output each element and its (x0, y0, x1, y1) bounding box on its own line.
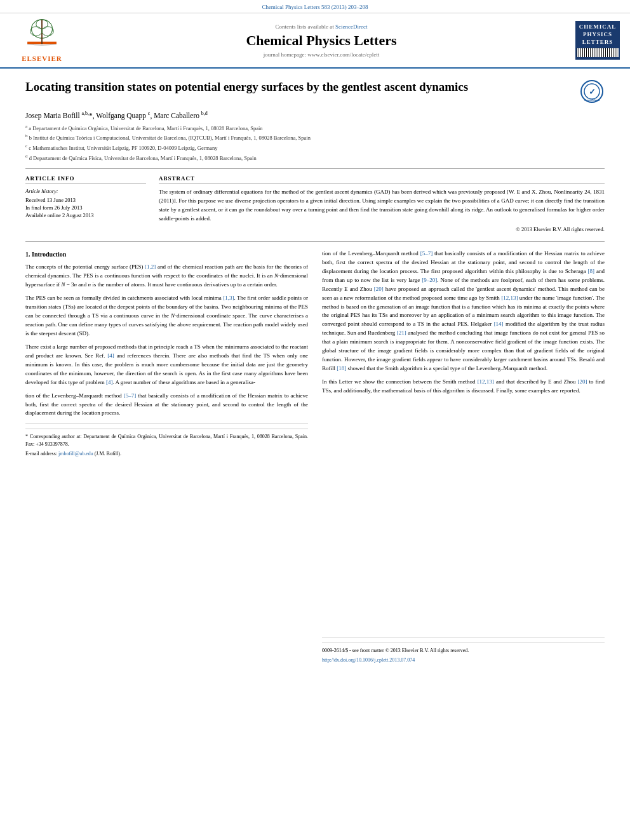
affiliations: a a Departament de Química Orgànica, Uni… (25, 123, 605, 162)
abstract-text: The system of ordinary differential equa… (159, 188, 605, 223)
right-col-divider (322, 637, 605, 637)
article-title-row: Locating transition states on potential … (25, 79, 605, 104)
article-info-header: ARTICLE INFO (25, 175, 146, 184)
body-para-4-continued: tion of the Levenberg–Marquardt method [… (25, 392, 308, 418)
barcode-icon (577, 48, 619, 57)
body-columns: 1. Introduction The concepts of the pote… (25, 241, 605, 666)
svg-text:CrossMark: CrossMark (584, 98, 600, 102)
abstract-copyright: © 2013 Elsevier B.V. All rights reserved… (159, 226, 605, 232)
article-title: Locating transition states on potential … (25, 79, 579, 96)
journal-citation: Chemical Physics Letters 583 (2013) 203–… (262, 4, 368, 10)
journal-header-center: Contents lists available at ScienceDirec… (74, 23, 569, 58)
article-info-abstract-section: ARTICLE INFO Article history: Received 1… (25, 168, 605, 232)
journal-top-bar: Chemical Physics Letters 583 (2013) 203–… (0, 0, 630, 13)
footnote-email: E-mail address: jmbofill@ub.edu (J.M. Bo… (25, 450, 308, 458)
journal-homepage: journal homepage: www.elsevier.com/locat… (74, 51, 569, 58)
svg-text:✓: ✓ (589, 87, 596, 97)
logo-title-line1: CHEMICAL (577, 23, 619, 31)
available-online-date: Available online 2 August 2013 (25, 212, 146, 218)
email-link[interactable]: jmbofill@ub.edu (58, 451, 93, 457)
author-names: Josep Maria Bofill a,b,*, Wolfgang Quapp… (25, 112, 208, 119)
crossmark-badge[interactable]: ✓ CrossMark (579, 79, 605, 104)
body-right-column: tion of the Levenberg–Marquardt method [… (322, 250, 605, 666)
body-right-para-1: tion of the Levenberg–Marquardt method [… (322, 250, 605, 373)
affiliation-d: d d Departament de Química Física, Unive… (25, 153, 605, 163)
affiliation-b: b b Institut de Química Teòrica i Comput… (25, 133, 605, 142)
authors-line: Josep Maria Bofill a,b,*, Wolfgang Quapp… (25, 110, 605, 119)
footnote-star: * Corresponding author at: Departament d… (25, 433, 308, 448)
sciencedirect-link: Contents lists available at ScienceDirec… (74, 23, 569, 30)
final-form-date: In final form 26 July 2013 (25, 204, 146, 211)
footnote-divider (25, 423, 308, 423)
journal-logo-box: CHEMICAL PHYSICS LETTERS (575, 21, 620, 59)
elsevier-wordmark: ELSEVIER (22, 55, 62, 62)
affiliation-c: c c Mathematisches Institut, Universität… (25, 143, 605, 152)
issn-note: 0009-2614/$ - see front matter © 2013 El… (322, 647, 605, 655)
body-left-column: 1. Introduction The concepts of the pote… (25, 250, 308, 666)
sciencedirect-brand[interactable]: ScienceDirect (335, 23, 367, 30)
journal-header: ELSEVIER Contents lists available at Sci… (0, 13, 630, 69)
right-col-footer: 0009-2614/$ - see front matter © 2013 El… (322, 643, 605, 664)
logo-title-line2: PHYSICS (577, 31, 619, 39)
body-para-2: The PES can be seen as formally divided … (25, 294, 308, 338)
affiliation-a: a a Departament de Química Orgànica, Uni… (25, 123, 605, 133)
elsevier-tree-icon (23, 18, 61, 53)
body-right-para-2: In this Letter we show the connection be… (322, 378, 605, 396)
journal-title-header: Chemical Physics Letters (74, 32, 569, 49)
abstract-column: ABSTRACT The system of ordinary differen… (159, 175, 605, 232)
journal-logo-right: CHEMICAL PHYSICS LETTERS (569, 21, 620, 59)
section1-heading: 1. Introduction (25, 250, 308, 260)
body-para-3: There exist a large number of proposed m… (25, 343, 308, 387)
received-date: Received 13 June 2013 (25, 197, 146, 203)
doi-link[interactable]: http://dx.doi.org/10.1016/j.cplett.2013.… (322, 657, 605, 664)
body-para-1: The concepts of the potential energy sur… (25, 263, 308, 290)
abstract-header: ABSTRACT (159, 175, 605, 184)
article-info-column: ARTICLE INFO Article history: Received 1… (25, 175, 146, 232)
article-history-label: Article history: (25, 188, 146, 194)
logo-title-line3: LETTERS (577, 39, 619, 46)
main-content: Locating transition states on potential … (0, 69, 630, 666)
elsevier-logo: ELSEVIER (10, 18, 74, 62)
crossmark-icon: ✓ CrossMark (580, 80, 603, 103)
footnote-section: * Corresponding author at: Departament d… (25, 429, 308, 458)
